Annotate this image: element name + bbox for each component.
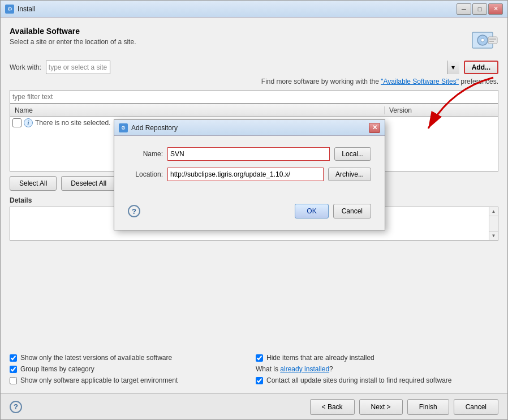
- header-text: Available Software Select a site or ente…: [10, 27, 471, 46]
- already-installed-link[interactable]: already installed: [280, 365, 329, 373]
- name-input[interactable]: [167, 147, 330, 161]
- help-icon[interactable]: ?: [10, 401, 22, 413]
- cancel-button[interactable]: Cancel: [454, 399, 498, 415]
- window-title: Install: [18, 5, 457, 13]
- checkbox-row-2: Group items by category: [10, 365, 252, 373]
- header-section: Available Software Select a site or ente…: [10, 27, 498, 54]
- add-repository-dialog: ⚙ Add Repository ✕ Name: Local... Locati…: [114, 119, 385, 230]
- main-window: ⚙ Install ─ □ ✕ Available Software Selec…: [0, 0, 508, 420]
- bottom-buttons: < Back Next > Finish Cancel: [310, 399, 498, 415]
- checkbox-hide-installed-label: Hide items that are already installed: [266, 354, 374, 362]
- work-with-label: Work with:: [10, 63, 41, 71]
- location-input[interactable]: [167, 168, 324, 181]
- back-button[interactable]: < Back: [310, 399, 355, 415]
- bottom-bar: ? < Back Next > Finish Cancel: [1, 393, 507, 419]
- dialog-cancel-button[interactable]: Cancel: [333, 204, 371, 218]
- dialog-help-icon[interactable]: ?: [128, 205, 140, 217]
- title-bar: ⚙ Install ─ □ ✕: [1, 1, 507, 18]
- window-controls: ─ □ ✕: [457, 3, 503, 15]
- scroll-down-icon[interactable]: ▼: [489, 231, 498, 240]
- checkbox-contact-update-sites[interactable]: [256, 377, 263, 384]
- dialog-bottom: ? OK Cancel: [114, 199, 385, 230]
- dialog-ok-cancel: OK Cancel: [295, 204, 371, 218]
- dialog-close-button[interactable]: ✕: [369, 123, 380, 133]
- location-label: Location:: [128, 170, 167, 178]
- install-icon: [471, 27, 498, 54]
- col-name: Name: [10, 106, 385, 114]
- window-icon: ⚙: [5, 5, 14, 14]
- minimize-button[interactable]: ─: [457, 3, 471, 15]
- svg-rect-3: [488, 37, 497, 44]
- site-select-wrapper: type or select a site ▾: [46, 61, 459, 74]
- dialog-icon: ⚙: [119, 123, 128, 132]
- checkbox-row-5: Hide items that are already installed: [256, 354, 498, 362]
- row-checkbox[interactable]: [12, 118, 21, 127]
- checkbox-contact-update-sites-label: Contact all update sites during install …: [266, 376, 452, 384]
- checkbox-row-3: Show only software applicable to target …: [10, 376, 252, 384]
- sites-suffix: preferences.: [459, 78, 498, 85]
- checkbox-target-env[interactable]: [10, 377, 17, 384]
- checkbox-row-6: What is already installed?: [256, 365, 498, 373]
- checkbox-latest-versions[interactable]: [10, 354, 17, 362]
- table-header: Name Version: [10, 104, 498, 117]
- dialog-title-text: Add Repository: [131, 124, 369, 132]
- details-scrollbar[interactable]: ▲ ▼: [489, 207, 498, 240]
- page-title: Available Software: [10, 27, 471, 36]
- site-select[interactable]: type or select a site: [46, 61, 110, 74]
- filter-input[interactable]: [10, 90, 498, 104]
- svg-point-2: [481, 38, 484, 42]
- available-sites-link[interactable]: "Available Software Sites": [381, 78, 459, 85]
- sites-row: Find more software by working with the "…: [10, 78, 498, 85]
- name-label: Name:: [128, 150, 167, 158]
- dialog-content: Name: Local... Location: Archive...: [114, 136, 385, 199]
- name-field-row: Name: Local...: [128, 147, 371, 161]
- location-field-row: Location: Archive...: [128, 168, 371, 181]
- checkbox-group-category[interactable]: [10, 366, 17, 373]
- checkbox-latest-versions-label: Show only the latest versions of availab…: [20, 354, 172, 362]
- page-subtitle: Select a site or enter the location of a…: [10, 38, 471, 46]
- already-installed-text: What is already installed?: [256, 365, 333, 373]
- col-version: Version: [385, 106, 498, 114]
- add-button[interactable]: Add...: [464, 61, 498, 74]
- checkbox-target-env-label: Show only software applicable to target …: [20, 376, 178, 384]
- info-icon: i: [24, 118, 33, 127]
- maximize-button[interactable]: □: [472, 3, 487, 15]
- sites-prefix: Find more software by working with the: [261, 78, 381, 85]
- work-with-row: Work with: type or select a site ▾ Add..…: [10, 61, 498, 74]
- archive-button[interactable]: Archive...: [328, 168, 371, 181]
- finish-button[interactable]: Finish: [407, 399, 449, 415]
- row-name-text: There is no site selected.: [35, 119, 110, 127]
- scroll-up-icon[interactable]: ▲: [489, 207, 498, 216]
- checkboxes-section: Show only the latest versions of availab…: [10, 354, 498, 384]
- checkbox-row-1: Show only the latest versions of availab…: [10, 354, 252, 362]
- window-close-button[interactable]: ✕: [488, 3, 503, 15]
- select-arrow-icon: ▾: [447, 61, 459, 74]
- dialog-title-bar: ⚙ Add Repository ✕: [114, 120, 385, 136]
- checkbox-row-4: Contact all update sites during install …: [256, 376, 498, 384]
- checkbox-hide-installed[interactable]: [256, 354, 263, 362]
- next-button[interactable]: Next >: [359, 399, 403, 415]
- checkbox-group-category-label: Group items by category: [20, 365, 94, 373]
- select-all-button[interactable]: Select All: [10, 176, 57, 191]
- deselect-all-button[interactable]: Deselect All: [61, 176, 116, 191]
- local-button[interactable]: Local...: [334, 147, 371, 161]
- main-content: Available Software Select a site or ente…: [1, 18, 507, 393]
- dialog-ok-button[interactable]: OK: [295, 204, 328, 218]
